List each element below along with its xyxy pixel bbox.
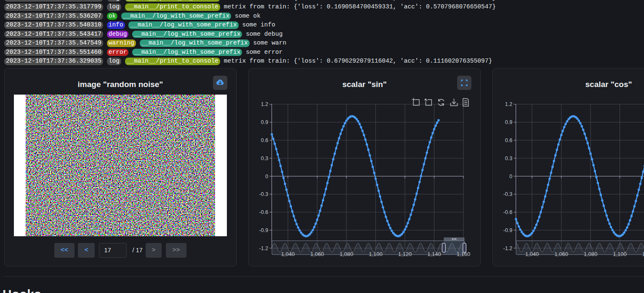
- svg-text:1,120: 1,120: [642, 251, 644, 257]
- svg-text:0.6: 0.6: [505, 137, 512, 143]
- svg-text:1,080: 1,080: [584, 251, 598, 257]
- svg-text:-0.3: -0.3: [503, 191, 513, 197]
- svg-text:1,100: 1,100: [369, 251, 383, 257]
- svg-text:1.2: 1.2: [505, 101, 512, 107]
- svg-text:0.6: 0.6: [261, 137, 268, 143]
- svg-text:-1.2: -1.2: [259, 245, 269, 251]
- svg-text:0: 0: [509, 174, 512, 179]
- svg-text:1,160: 1,160: [457, 251, 471, 257]
- svg-text:0: 0: [265, 174, 268, 179]
- svg-text:1,040: 1,040: [525, 251, 539, 257]
- svg-text:0.9: 0.9: [261, 119, 268, 125]
- svg-text:1.2: 1.2: [261, 101, 268, 107]
- svg-text:-0.6: -0.6: [503, 209, 513, 215]
- svg-text:0.9: 0.9: [505, 119, 512, 125]
- svg-text:-0.3: -0.3: [259, 191, 269, 197]
- svg-text:-1.2: -1.2: [503, 245, 513, 251]
- svg-text:-0.9: -0.9: [259, 227, 269, 233]
- svg-text:0.3: 0.3: [261, 156, 268, 161]
- svg-text:1,060: 1,060: [554, 251, 568, 257]
- svg-text:1,040: 1,040: [281, 251, 295, 257]
- svg-text:1,120: 1,120: [398, 251, 412, 257]
- svg-text:1,060: 1,060: [310, 251, 324, 257]
- svg-text:1,140: 1,140: [427, 251, 441, 257]
- svg-text:1,080: 1,080: [340, 251, 354, 257]
- svg-text:1,100: 1,100: [613, 251, 627, 257]
- svg-text:-0.6: -0.6: [259, 209, 269, 215]
- svg-text:0.3: 0.3: [505, 156, 512, 161]
- svg-text:-0.9: -0.9: [503, 227, 513, 233]
